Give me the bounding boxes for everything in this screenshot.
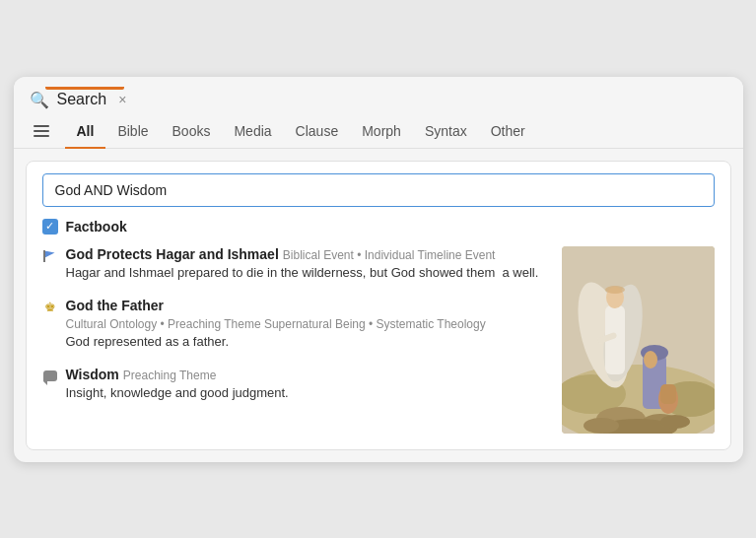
flag-icon bbox=[42, 248, 58, 264]
tab-media[interactable]: Media bbox=[222, 115, 283, 149]
tab-clause[interactable]: Clause bbox=[284, 115, 351, 149]
image-placeholder bbox=[562, 246, 715, 434]
tab-bible[interactable]: Bible bbox=[105, 115, 160, 149]
result-body-2: God the Father Cultural Ontology • Preac… bbox=[66, 298, 550, 351]
result-meta-3: Preaching Theme bbox=[123, 369, 217, 382]
result-meta-1: Biblical Event • Individual Timeline Eve… bbox=[283, 248, 496, 262]
tab-books[interactable]: Books bbox=[161, 115, 223, 149]
result-body-3: Wisdom Preaching Theme Insight, knowledg… bbox=[66, 367, 289, 402]
speech-bubble-icon bbox=[42, 369, 58, 384]
checkbox-icon[interactable]: ✓ bbox=[42, 219, 58, 235]
result-desc-1: Hagar and Ishmael prepared to die in the… bbox=[66, 264, 539, 282]
result-desc-3: Insight, knowledge and good judgment. bbox=[66, 384, 289, 402]
result-title-row-2: God the Father Cultural Ontology • Preac… bbox=[66, 298, 550, 331]
svg-rect-17 bbox=[660, 384, 676, 404]
results-list: God Protects Hagar and Ishmael Biblical … bbox=[42, 246, 550, 434]
result-title-2[interactable]: God the Father bbox=[66, 298, 165, 313]
result-desc-2: God represented as a father. bbox=[66, 333, 550, 351]
search-panel: 🔍 Search × All Bible Books Media Clause … bbox=[14, 77, 743, 462]
section-header: ✓ Factbook bbox=[42, 219, 715, 235]
result-title-row-3: Wisdom Preaching Theme bbox=[66, 367, 289, 382]
result-image bbox=[562, 246, 715, 434]
title-bar: 🔍 Search × bbox=[14, 77, 743, 109]
list-item: Wisdom Preaching Theme Insight, knowledg… bbox=[42, 367, 550, 402]
tab-morph[interactable]: Morph bbox=[350, 115, 413, 149]
nav-bar: All Bible Books Media Clause Morph Synta… bbox=[14, 109, 743, 149]
results-wrapper: God Protects Hagar and Ishmael Biblical … bbox=[42, 246, 715, 434]
svg-point-19 bbox=[660, 415, 690, 429]
search-input[interactable] bbox=[42, 173, 715, 207]
close-button[interactable]: × bbox=[118, 92, 126, 107]
search-input-wrapper bbox=[42, 173, 715, 207]
result-meta-2: Cultural Ontology • Preaching Theme Supe… bbox=[66, 317, 486, 331]
svg-point-18 bbox=[584, 418, 619, 434]
result-title-row-1: God Protects Hagar and Ishmael Biblical … bbox=[66, 246, 539, 262]
result-title-3[interactable]: Wisdom bbox=[66, 367, 119, 382]
content-area: ✓ Factbook God Protects Hagar and Ishmae… bbox=[26, 161, 731, 450]
tab-syntax[interactable]: Syntax bbox=[413, 115, 479, 149]
crown-icon: ♚ bbox=[42, 300, 58, 315]
tab-all[interactable]: All bbox=[65, 115, 106, 149]
search-icon: 🔍 bbox=[30, 91, 49, 109]
hamburger-icon[interactable] bbox=[30, 121, 53, 141]
result-title-1[interactable]: God Protects Hagar and Ishmael bbox=[66, 246, 279, 262]
section-label: Factbook bbox=[66, 219, 127, 235]
result-body-1: God Protects Hagar and Ishmael Biblical … bbox=[66, 246, 539, 282]
svg-point-11 bbox=[605, 286, 625, 294]
svg-point-15 bbox=[644, 351, 657, 369]
list-item: ♚ God the Father Cultural Ontology • Pre… bbox=[42, 298, 550, 351]
list-item: God Protects Hagar and Ishmael Biblical … bbox=[42, 246, 550, 282]
panel-title: Search bbox=[57, 91, 107, 108]
tab-other[interactable]: Other bbox=[479, 115, 537, 149]
